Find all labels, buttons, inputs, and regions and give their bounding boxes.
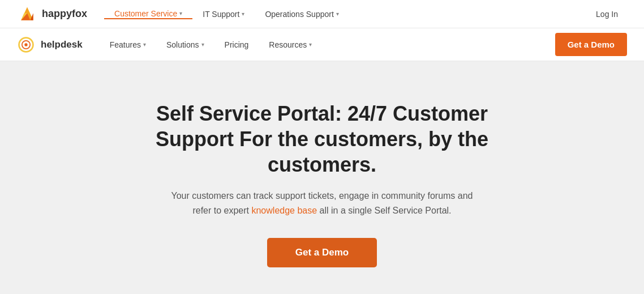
login-button[interactable]: Log In [587, 5, 627, 23]
top-nav-items: Customer Service ▾ IT Support ▾ Operatio… [104, 9, 349, 19]
secondary-nav-left: helpdesk Features ▾ Solutions ▾ Pricing … [17, 28, 322, 61]
nav-features[interactable]: Features ▾ [100, 28, 156, 61]
nav-resources-label: Resources [269, 40, 307, 49]
nav-customer-service-label: Customer Service [114, 9, 177, 18]
svg-point-6 [24, 43, 27, 46]
hero-subtitle-link[interactable]: knowledge base [251, 206, 317, 215]
nav-features-chevron: ▾ [143, 41, 146, 48]
happyfox-logo-icon [17, 4, 37, 24]
nav-it-support-label: IT Support [203, 10, 239, 19]
nav-pricing[interactable]: Pricing [214, 28, 259, 61]
nav-resources-chevron: ▾ [309, 41, 312, 48]
get-demo-button-header[interactable]: Get a Demo [555, 33, 627, 56]
helpdesk-logo-icon [17, 36, 35, 54]
nav-operations-support-chevron: ▾ [336, 11, 339, 17]
nav-operations-support[interactable]: Operations Support ▾ [255, 10, 349, 19]
nav-pricing-label: Pricing [225, 40, 249, 49]
brand-name: happyfox [42, 8, 87, 20]
nav-solutions-chevron: ▾ [201, 41, 204, 48]
nav-solutions-label: Solutions [166, 40, 199, 49]
helpdesk-brand-name: helpdesk [41, 39, 83, 50]
nav-customer-service-chevron: ▾ [179, 10, 182, 16]
hero-title: Self Service Portal: 24/7 Customer Suppo… [118, 101, 526, 177]
top-nav-left: happyfox Customer Service ▾ IT Support ▾… [17, 4, 349, 24]
hero-subtitle-text2: all in a single Self Service Portal. [317, 206, 451, 215]
secondary-navigation: helpdesk Features ▾ Solutions ▾ Pricing … [0, 28, 644, 61]
hero-subtitle: Your customers can track support tickets… [164, 189, 480, 218]
secondary-nav-items: Features ▾ Solutions ▾ Pricing Resources… [100, 28, 323, 61]
nav-operations-support-label: Operations Support [265, 10, 333, 19]
top-navigation: happyfox Customer Service ▾ IT Support ▾… [0, 0, 644, 28]
logo-area[interactable]: happyfox [17, 4, 87, 24]
nav-customer-service[interactable]: Customer Service ▾ [104, 9, 192, 19]
nav-solutions[interactable]: Solutions ▾ [156, 28, 214, 61]
nav-it-support-chevron: ▾ [242, 11, 244, 17]
nav-resources[interactable]: Resources ▾ [259, 28, 322, 61]
nav-features-label: Features [110, 40, 141, 49]
hero-section: Self Service Portal: 24/7 Customer Suppo… [0, 61, 644, 294]
get-demo-button-hero[interactable]: Get a Demo [267, 238, 377, 267]
helpdesk-brand[interactable]: helpdesk [17, 36, 83, 54]
nav-it-support[interactable]: IT Support ▾ [192, 10, 255, 19]
